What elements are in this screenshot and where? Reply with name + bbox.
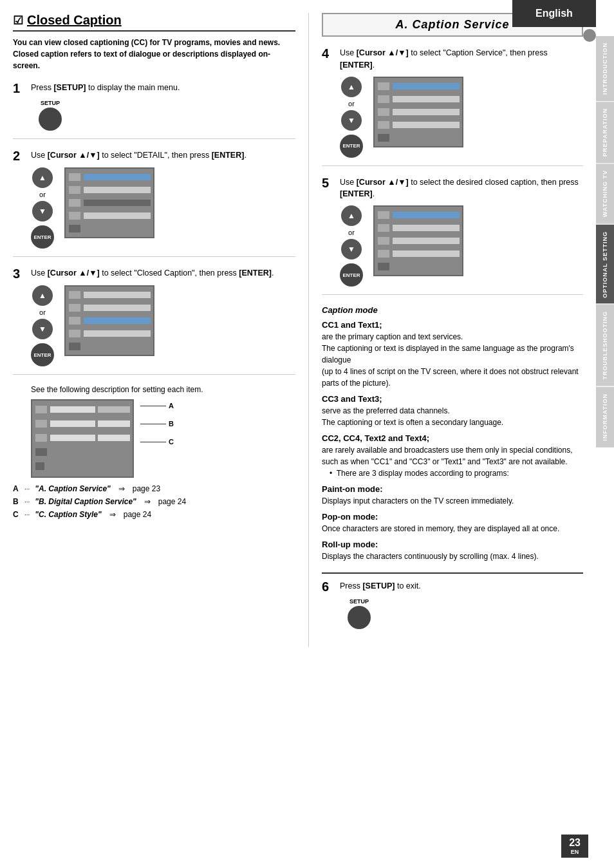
tv-icon — [377, 133, 390, 142]
menu-icon-1 — [35, 405, 48, 414]
bar-4 — [393, 250, 460, 257]
step-4-number: 4 — [322, 47, 335, 60]
tv-icon — [68, 329, 81, 338]
tv-icon — [377, 236, 390, 245]
enter-button-3: ENTER — [31, 343, 54, 366]
ref-c-page: page 24 — [124, 510, 151, 519]
step-3-screen — [64, 285, 154, 356]
enter-button-5: ENTER — [340, 263, 363, 287]
tab-preparation[interactable]: PREPARATION — [596, 101, 614, 163]
step-2-number: 2 — [13, 149, 26, 162]
roll-up-text: Displays the characters continuously by … — [322, 551, 583, 562]
step-3-text: Use [Cursor ▲/▼] to select "Closed Capti… — [31, 267, 274, 279]
menu-icon-3 — [35, 433, 48, 442]
tab-optional-setting[interactable]: OPTIONAL SETTING — [596, 224, 614, 305]
step-2-text: Use [Cursor ▲/▼] to select "DETAIL", the… — [31, 149, 247, 162]
step-3-number: 3 — [13, 267, 26, 280]
bar-1 — [84, 292, 151, 298]
step-1-text: Press [SETUP] to display the main menu. — [31, 82, 180, 94]
bar-1 — [84, 174, 151, 180]
menu-bar-right-2 — [98, 420, 130, 427]
step-2-remote: ▲ or ▼ ENTER — [31, 167, 54, 249]
page-title: Closed Caption — [27, 13, 122, 28]
menu-bar-2 — [50, 420, 95, 427]
step-5-content: ▲ or ▼ ENTER — [340, 205, 583, 287]
bar-3 — [84, 317, 151, 324]
right-column: A. Caption Service 4 Use [Cursor ▲/▼] to… — [309, 13, 583, 647]
tv-icon — [68, 224, 81, 233]
cc3-text: serve as the preferred data channels. Th… — [322, 405, 583, 428]
paint-on-title: Paint-on mode: — [322, 484, 583, 494]
bar-3 — [393, 109, 460, 115]
setup-button-6 — [348, 606, 371, 629]
menu-diagram: A B C — [31, 399, 295, 478]
bar-2 — [393, 96, 460, 102]
bar-2 — [84, 305, 151, 311]
tv-icon — [377, 211, 390, 220]
ref-c-letter: C — [13, 510, 19, 519]
page-number: 23 EN — [561, 835, 588, 858]
tab-watching-tv[interactable]: WATCHING TV — [596, 163, 614, 223]
pop-on-text: Once characters are stored in memory, th… — [322, 523, 583, 534]
ref-a-letter: A — [13, 484, 19, 493]
setup-label-6: SETUP — [340, 598, 378, 605]
ref-c-arrow: ⇒ — [109, 510, 116, 519]
step-1: 1 Press [SETUP] to display the main menu… — [13, 82, 295, 139]
up-arrow-5: ▲ — [341, 205, 362, 226]
step-5-remote: ▲ or ▼ ENTER — [340, 205, 363, 287]
tab-introduction[interactable]: INTRODUCTION — [596, 35, 614, 101]
down-arrow-4: ▼ — [341, 110, 362, 131]
ref-row-b: B ··· "B. Digital Caption Service" ⇒ pag… — [13, 497, 295, 506]
top-circle-decoration — [583, 29, 596, 42]
down-arrow-5: ▼ — [341, 239, 362, 259]
tab-troubleshooting[interactable]: TROUBLESHOOTING — [596, 304, 614, 386]
cc3-title: CC3 and Text3; — [322, 394, 583, 404]
step-5-number: 5 — [322, 176, 335, 189]
ref-b-letter: B — [13, 497, 19, 506]
menu-icon-2 — [35, 419, 48, 428]
bar-3 — [393, 238, 460, 244]
bar-4 — [84, 330, 151, 337]
ref-c-name: "C. Caption Style" — [35, 510, 101, 519]
up-arrow: ▲ — [32, 167, 53, 188]
step-4-remote: ▲ or ▼ ENTER — [340, 77, 363, 158]
menu-bar-right-3 — [98, 435, 130, 441]
menu-box — [31, 399, 134, 478]
ref-a-arrow: ⇒ — [118, 484, 125, 493]
menu-icon-5 — [35, 462, 45, 471]
checkmark-icon: ☑ — [13, 14, 23, 28]
tab-information[interactable]: INFORMATION — [596, 386, 614, 448]
cc1-text: are the primary caption and text service… — [322, 331, 583, 389]
step-2: 2 Use [Cursor ▲/▼] to select "DETAIL", t… — [13, 149, 295, 257]
step-5-screen — [373, 205, 463, 276]
setup-button-1 — [39, 108, 62, 131]
step-2-content: ▲ or ▼ ENTER — [31, 167, 295, 249]
tv-icon — [68, 342, 81, 351]
step-4-content: ▲ or ▼ ENTER — [340, 77, 583, 158]
main-content: ☑ Closed Caption You can view closed cap… — [0, 0, 596, 660]
tv-icon — [68, 290, 81, 299]
bar-4 — [84, 212, 151, 219]
see-description: See the following description for settin… — [31, 385, 295, 394]
ref-a-dots: ··· — [24, 486, 30, 493]
divider-6 — [322, 572, 583, 574]
bar-2 — [84, 187, 151, 193]
or-text-5: or — [348, 229, 355, 236]
pop-on-title: Pop-on mode: — [322, 512, 583, 522]
ref-b-page: page 24 — [158, 497, 186, 506]
ref-table: A ··· "A. Caption Service" ⇒ page 23 B ·… — [13, 484, 295, 519]
setup-label-1: SETUP — [31, 100, 70, 106]
menu-bar-right-1 — [98, 406, 130, 413]
label-c: C — [140, 438, 174, 446]
label-b: B — [140, 420, 174, 428]
tv-icon — [377, 262, 390, 271]
tv-icon — [68, 211, 81, 220]
enter-button-4: ENTER — [340, 135, 363, 158]
up-arrow-3: ▲ — [32, 285, 53, 306]
paint-on-text: Displays input characters on the TV scre… — [322, 495, 583, 507]
ref-c-dots: ··· — [24, 511, 30, 518]
step-6-number: 6 — [322, 580, 335, 593]
page-num-value: 23 — [569, 837, 581, 848]
enter-button-2: ENTER — [31, 225, 54, 249]
step-6-text: Press [SETUP] to exit. — [340, 580, 421, 592]
